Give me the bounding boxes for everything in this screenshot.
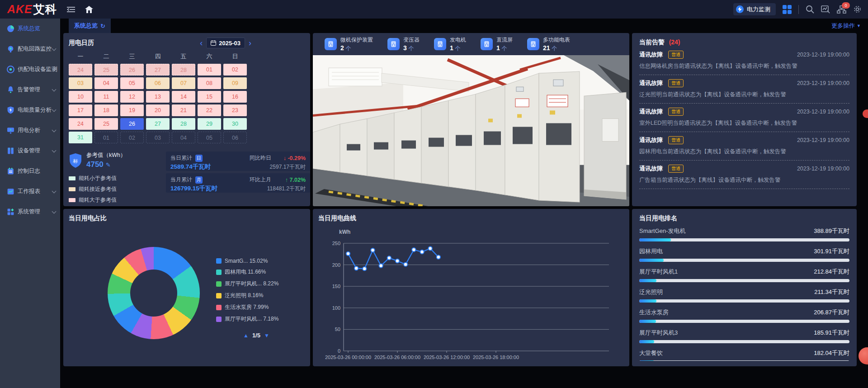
- sidebar-item-control-log[interactable]: 控制日志: [0, 161, 60, 181]
- calendar-day-cell[interactable]: 28: [172, 64, 195, 76]
- power-monitor-button[interactable]: 电力监测: [733, 3, 776, 15]
- alarm-item[interactable]: 通讯故障 普通 2023-12-19 19:00:00 室外LED照明当前通讯状…: [639, 104, 849, 132]
- sidebar-item-power-quality[interactable]: 电能质量分析: [0, 100, 60, 120]
- pie-legend-item[interactable]: 泛光照明 8.16%: [216, 292, 278, 299]
- alarm-type: 通讯故障: [639, 136, 663, 144]
- calendar-day-cell[interactable]: 14: [172, 91, 195, 103]
- calendar-day-cell[interactable]: 23: [223, 104, 247, 116]
- calendar-day-cell[interactable]: 29: [198, 118, 221, 130]
- pie-title: 当日用电占比: [69, 214, 107, 222]
- report-icon[interactable]: [821, 5, 830, 14]
- rank-bar: [639, 320, 849, 323]
- alarm-item[interactable]: 通讯故障 普通 2023-12-19 19:00:00 信息网络机房当前通讯状态…: [639, 47, 849, 75]
- alarm-type: 通讯故障: [639, 108, 663, 116]
- calendar-day-cell[interactable]: 19: [120, 104, 144, 116]
- sidebar-item-equipment-monitor[interactable]: 供配电设备监测: [0, 59, 60, 80]
- calendar-day-cell[interactable]: 04: [94, 77, 118, 89]
- device-name: 微机保护装置: [340, 36, 373, 44]
- calendar-day-cell[interactable]: 26: [120, 118, 144, 130]
- sidebar-item-system-manage[interactable]: 系统管理: [0, 202, 60, 222]
- calendar-day-cell[interactable]: 17: [69, 104, 92, 116]
- collapse-sidebar-icon[interactable]: [67, 6, 75, 13]
- apps-grid-icon[interactable]: [783, 5, 792, 14]
- calendar-day-cell[interactable]: 25: [94, 118, 118, 130]
- calendar-day-cell[interactable]: 22: [198, 104, 221, 116]
- usage-donut-chart[interactable]: [108, 247, 200, 339]
- prev-month-arrow[interactable]: ‹: [200, 40, 203, 46]
- pie-legend-item[interactable]: 展厅平时风机... 8.22%: [216, 280, 278, 288]
- calendar-day-cell[interactable]: 30: [223, 118, 247, 130]
- calendar-day-cell[interactable]: 09: [223, 77, 247, 89]
- sidebar-nav: 系统总览 配电回路监控 供配电设备监测 告警管理 电能质量分析 用电分析 设备管…: [0, 19, 60, 388]
- sidebar-item-device-manage[interactable]: 设备管理: [0, 141, 60, 161]
- calendar-day-cell[interactable]: 07: [172, 77, 195, 89]
- calendar-day-cell[interactable]: 05: [198, 132, 221, 143]
- pager-down-icon[interactable]: ▼: [264, 332, 269, 339]
- pie-legend-item[interactable]: 生活水泵房 7.99%: [216, 303, 278, 311]
- calendar-day-cell[interactable]: 04: [172, 132, 195, 143]
- sidebar-item-circuit-monitor[interactable]: 配电回路监控: [0, 39, 60, 59]
- calendar-day-cell[interactable]: 25: [94, 64, 118, 76]
- alarm-item[interactable]: 通讯故障 普通 2023-12-19 19:00:00 广告箱当前通讯状态为【离…: [639, 161, 849, 189]
- header-divider: [798, 5, 799, 14]
- calendar-day-cell[interactable]: 06: [146, 77, 170, 89]
- calendar-day-cell[interactable]: 12: [120, 91, 144, 103]
- calendar-day-cell[interactable]: 20: [146, 104, 170, 116]
- rank-item: 生活水泵房 206.87千瓦时: [639, 308, 849, 323]
- alarm-item[interactable]: 通讯故障 普通 2023-12-19 19:00:00 园林用电当前通讯状态为【…: [639, 132, 849, 161]
- pager-up-icon[interactable]: ▲: [243, 332, 249, 339]
- pie-legend-item[interactable]: 展厅平时风机... 7.18%: [216, 315, 278, 323]
- calendar-day-cell[interactable]: 05: [120, 77, 144, 89]
- calendar-day-cell[interactable]: 10: [69, 91, 92, 103]
- topology-icon[interactable]: 0: [837, 5, 846, 14]
- calendar-legend: 能耗小于参考值 能耗接近参考值 能耗大于参考值: [69, 175, 161, 204]
- calendar-day-cell[interactable]: 01: [198, 64, 221, 76]
- pie-legend-item[interactable]: SmartG... 15.02%: [216, 258, 278, 264]
- search-icon[interactable]: [806, 5, 814, 14]
- sidebar-item-alarm-manage[interactable]: 告警管理: [0, 80, 60, 100]
- calendar-day-cell[interactable]: 11: [94, 91, 118, 103]
- sidebar-item-work-report[interactable]: 工作报表: [0, 181, 60, 202]
- calendar-day-cell[interactable]: 24: [69, 64, 92, 76]
- calendar-day-cell[interactable]: 28: [172, 118, 195, 130]
- device-count: 1 个: [496, 44, 513, 52]
- gear-icon[interactable]: [853, 5, 862, 14]
- chevron-down-icon: [52, 46, 57, 51]
- alarm-item[interactable]: 通讯故障 普通 2023-12-19 19:00:00 泛光照明当前通讯状态为【…: [639, 75, 849, 104]
- calendar-day-cell[interactable]: 08: [198, 77, 221, 89]
- sidebar-item-overview[interactable]: 系统总览: [0, 19, 60, 39]
- calendar-day-cell[interactable]: 03: [146, 132, 170, 143]
- pie-legend-item[interactable]: 园林用电 11.66%: [216, 268, 278, 276]
- rank-title: 当日用电排名: [639, 214, 677, 222]
- calendar-day-cell[interactable]: 15: [198, 91, 221, 103]
- edit-icon[interactable]: ✎: [106, 161, 111, 168]
- calendar-day-cell[interactable]: 02: [223, 64, 247, 76]
- calendar-day-cell[interactable]: 01: [94, 132, 118, 143]
- alarm-description: 广告箱当前通讯状态为【离线】设备通讯中断，触发告警: [639, 176, 849, 184]
- home-icon[interactable]: [85, 6, 93, 13]
- calendar-day-cell[interactable]: 31: [69, 132, 92, 143]
- sidebar-item-usage-analysis[interactable]: 用电分析: [0, 120, 60, 141]
- calendar-day-cell[interactable]: 27: [146, 118, 170, 130]
- calendar-day-cell[interactable]: 13: [146, 91, 170, 103]
- calendar-day-cell[interactable]: 24: [69, 118, 92, 130]
- rank-name: 大堂餐饮: [639, 349, 663, 357]
- calendar-day-cell[interactable]: 16: [223, 91, 247, 103]
- next-month-arrow[interactable]: ›: [249, 40, 251, 46]
- daily-total-value: 2589.74千瓦时: [170, 163, 211, 171]
- month-picker[interactable]: 2025-03: [206, 38, 245, 48]
- device-count: 21 个: [543, 44, 570, 52]
- calendar-day-cell[interactable]: 06: [223, 132, 247, 143]
- edge-alert-dot[interactable]: [863, 109, 868, 118]
- month-value: 2025-03: [219, 40, 241, 47]
- calendar-day-cell[interactable]: 03: [69, 77, 92, 89]
- calendar-day-cell[interactable]: 27: [146, 64, 170, 76]
- calendar-day-cell[interactable]: 26: [120, 64, 144, 76]
- calendar-day-cell[interactable]: 21: [172, 104, 195, 116]
- calendar-day-cell[interactable]: 02: [120, 132, 144, 143]
- calendar-day-cell[interactable]: 18: [94, 104, 118, 116]
- daily-total-card: 当日累计 日 同比昨日 ↓ -0.29% 2589.74千瓦时 2597.17千…: [166, 151, 310, 171]
- more-actions-button[interactable]: 更多操作 ▼: [831, 22, 861, 30]
- tab-system-overview[interactable]: 系统总览 ↻: [69, 19, 111, 33]
- refresh-icon[interactable]: ↻: [100, 23, 105, 29]
